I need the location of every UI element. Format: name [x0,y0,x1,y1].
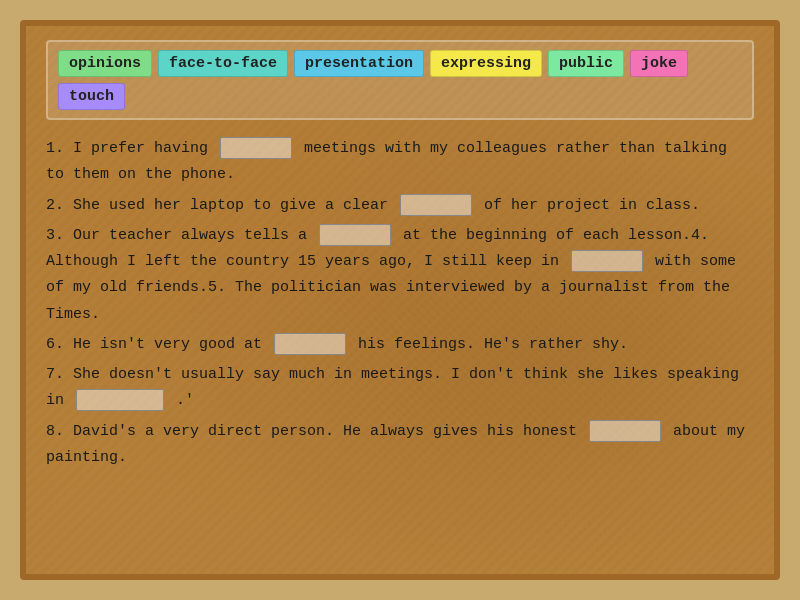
sentence-2-text-after: of her project in class. [484,197,700,214]
sentence-8-text-before: 8. David's a very direct person. He alwa… [46,423,586,440]
blank-1[interactable] [220,137,292,159]
sentence-1-text-before: 1. I prefer having [46,140,217,157]
sentence-7-text-after: .' [176,392,194,409]
blank-4[interactable] [571,250,643,272]
sentence-3-text-before: 3. Our teacher always tells a [46,227,316,244]
sentence-6-text-before: 6. He isn't very good at [46,336,271,353]
blank-3[interactable] [319,224,391,246]
word-chip-face-to-face[interactable]: face-to-face [158,50,288,77]
sentence-2: 2. She used her laptop to give a clear o… [46,193,754,219]
sentence-7: 7. She doesn't usually say much in meeti… [46,362,754,415]
word-chip-opinions[interactable]: opinions [58,50,152,77]
sentences-content: 1. I prefer having meetings with my coll… [46,136,754,471]
word-chip-joke[interactable]: joke [630,50,688,77]
word-chip-presentation[interactable]: presentation [294,50,424,77]
word-chip-expressing[interactable]: expressing [430,50,542,77]
word-chip-public[interactable]: public [548,50,624,77]
blank-2[interactable] [400,194,472,216]
blank-7[interactable] [76,389,164,411]
word-chip-touch[interactable]: touch [58,83,125,110]
sentence-2-text-before: 2. She used her laptop to give a clear [46,197,397,214]
sentence-6: 6. He isn't very good at his feelings. H… [46,332,754,358]
blank-6[interactable] [274,333,346,355]
sentence-3: 3. Our teacher always tells a at the beg… [46,223,754,328]
sentence-8: 8. David's a very direct person. He alwa… [46,419,754,472]
sentence-6-text-after: his feelings. He's rather shy. [358,336,628,353]
word-bank: opinionsface-to-facepresentationexpressi… [46,40,754,120]
corkboard: opinionsface-to-facepresentationexpressi… [20,20,780,580]
sentence-1: 1. I prefer having meetings with my coll… [46,136,754,189]
blank-8[interactable] [589,420,661,442]
